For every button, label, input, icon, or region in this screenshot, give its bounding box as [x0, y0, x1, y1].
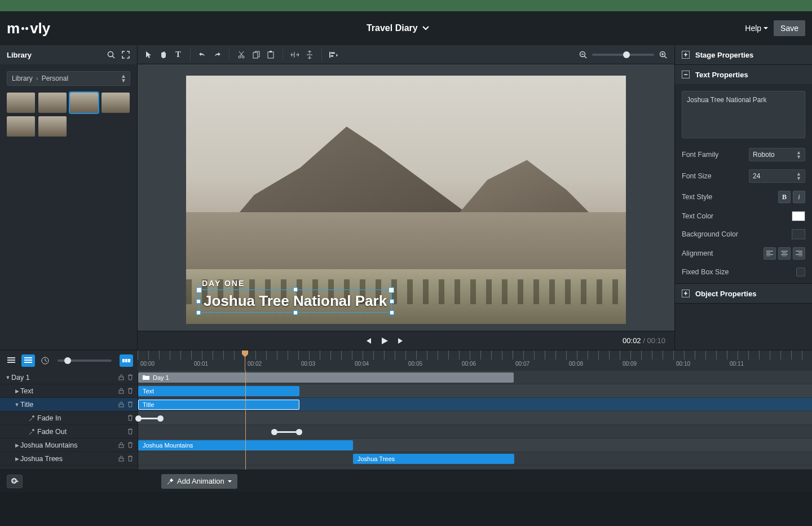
clip-title[interactable]: Title: [138, 400, 299, 410]
ruler-label: 00:11: [730, 361, 744, 367]
align-menu-icon[interactable]: [329, 50, 338, 59]
timeline-view-layers-button[interactable]: [21, 354, 35, 367]
svg-rect-22: [119, 391, 123, 393]
track-label: Fade Out: [37, 428, 127, 436]
ruler-label: 00:07: [515, 361, 529, 367]
trash-icon[interactable]: [127, 415, 133, 421]
track-row[interactable]: ▼Title: [0, 398, 138, 411]
undo-icon[interactable]: [198, 50, 207, 59]
library-thumb[interactable]: [70, 93, 98, 113]
lock-icon[interactable]: [118, 401, 124, 407]
lock-icon[interactable]: [118, 388, 124, 394]
skip-end-icon[interactable]: [397, 337, 405, 345]
cut-icon[interactable]: [237, 50, 246, 59]
timeline-view-list-button[interactable]: [5, 354, 18, 367]
ruler-label: 00:09: [623, 361, 637, 367]
chevron-right-icon: ▶: [14, 442, 20, 448]
skip-start-icon[interactable]: [364, 337, 372, 345]
lock-icon[interactable]: [118, 374, 124, 380]
help-menu[interactable]: Help: [745, 24, 768, 33]
stage-canvas[interactable]: DAY ONE Joshua Tree National Park: [186, 76, 626, 324]
italic-button[interactable]: i: [793, 191, 805, 203]
library-thumb[interactable]: [7, 116, 35, 137]
track-row[interactable]: ▼Day 1: [0, 371, 138, 384]
copy-icon[interactable]: [251, 50, 261, 59]
align-right-button[interactable]: [793, 247, 805, 260]
svg-rect-8: [331, 52, 335, 54]
stage-overline-text[interactable]: DAY ONE: [202, 279, 245, 288]
ruler-label: 00:04: [355, 361, 369, 367]
text-tool-icon[interactable]: T: [174, 50, 183, 59]
add-animation-button[interactable]: Add Animation: [161, 474, 237, 489]
search-icon[interactable]: [107, 50, 116, 59]
svg-line-11: [585, 56, 587, 58]
playhead[interactable]: [245, 350, 245, 371]
timeline-ruler[interactable]: 00:0000:0100:0200:0300:0400:0500:0600:07…: [138, 350, 812, 371]
track-row[interactable]: ▶Joshua Mountains: [0, 439, 138, 452]
library-breadcrumb[interactable]: Library › Personal ▲▼: [7, 71, 130, 86]
library-thumb[interactable]: [7, 93, 35, 113]
library-thumb[interactable]: [38, 93, 67, 113]
expand-icon[interactable]: [121, 50, 130, 59]
lock-icon[interactable]: [118, 442, 124, 448]
play-icon[interactable]: [380, 336, 389, 345]
timeline-zoom-slider[interactable]: [58, 360, 112, 362]
clip-text[interactable]: Text: [138, 386, 299, 396]
bg-color-swatch[interactable]: [792, 229, 805, 239]
trash-icon[interactable]: [127, 374, 133, 380]
library-thumb[interactable]: [38, 116, 67, 137]
timeline-snap-button[interactable]: [120, 354, 133, 367]
track-row[interactable]: ▶Text: [0, 384, 138, 398]
svg-rect-7: [329, 51, 330, 58]
paste-icon[interactable]: [266, 50, 275, 59]
align-left-button[interactable]: [764, 247, 776, 260]
text-style-label: Text Style: [682, 193, 712, 201]
font-family-select[interactable]: Roboto▲▼: [749, 148, 805, 161]
keyframe-fade-out[interactable]: [274, 431, 299, 433]
trash-icon[interactable]: [127, 428, 133, 435]
zoom-out-icon[interactable]: [579, 50, 588, 59]
library-thumb[interactable]: [102, 93, 130, 113]
lock-icon[interactable]: [118, 455, 124, 462]
wand-icon: [167, 478, 174, 485]
font-size-select[interactable]: 24▲▼: [749, 169, 805, 183]
flip-vertical-icon[interactable]: [305, 50, 314, 59]
text-color-swatch[interactable]: [792, 211, 805, 221]
hand-tool-icon[interactable]: [159, 50, 168, 59]
stage-title-selection[interactable]: Joshua Tree National Park: [198, 290, 392, 313]
inspector-panel: + Stage Properties − Text Properties Fon…: [674, 45, 812, 350]
clip-folder[interactable]: Day 1: [138, 372, 514, 383]
chevron-down-icon: [422, 26, 429, 30]
trash-icon[interactable]: [127, 401, 133, 407]
trash-icon[interactable]: [127, 388, 133, 394]
pointer-tool-icon[interactable]: [144, 50, 153, 59]
redo-icon[interactable]: [213, 50, 222, 59]
text-content-input[interactable]: [682, 91, 805, 138]
bold-button[interactable]: B: [778, 191, 791, 203]
chevron-right-icon: ›: [36, 74, 38, 82]
svg-point-2: [239, 56, 241, 58]
trash-icon[interactable]: [127, 455, 133, 462]
zoom-in-icon[interactable]: [659, 50, 668, 59]
track-row[interactable]: ▶Joshua Trees: [0, 452, 138, 466]
align-center-button[interactable]: [778, 247, 791, 260]
stage-title-text: Joshua Tree National Park: [204, 292, 387, 310]
save-button[interactable]: Save: [774, 20, 805, 36]
keyframe-fade-in[interactable]: [138, 418, 161, 419]
clip-joshua-trees[interactable]: Joshua Trees: [353, 454, 514, 464]
track-row[interactable]: Fade Out: [0, 425, 138, 439]
object-properties-header[interactable]: + Object Properties: [675, 284, 812, 303]
chevron-right-icon: ▶: [14, 456, 20, 462]
track-row[interactable]: Fade In: [0, 411, 138, 425]
zoom-slider[interactable]: [592, 54, 654, 56]
ruler-label: 00:08: [569, 361, 583, 367]
clock-icon[interactable]: [41, 356, 50, 365]
trash-icon[interactable]: [127, 442, 133, 448]
svg-line-1: [113, 56, 115, 59]
project-title-dropdown[interactable]: Travel Diary: [367, 23, 429, 33]
add-layer-button[interactable]: [7, 475, 23, 488]
flip-horizontal-icon[interactable]: [290, 50, 299, 59]
fixed-box-checkbox[interactable]: [796, 268, 805, 277]
stage-properties-header[interactable]: + Stage Properties: [675, 45, 812, 64]
text-properties-header[interactable]: − Text Properties: [675, 65, 812, 84]
